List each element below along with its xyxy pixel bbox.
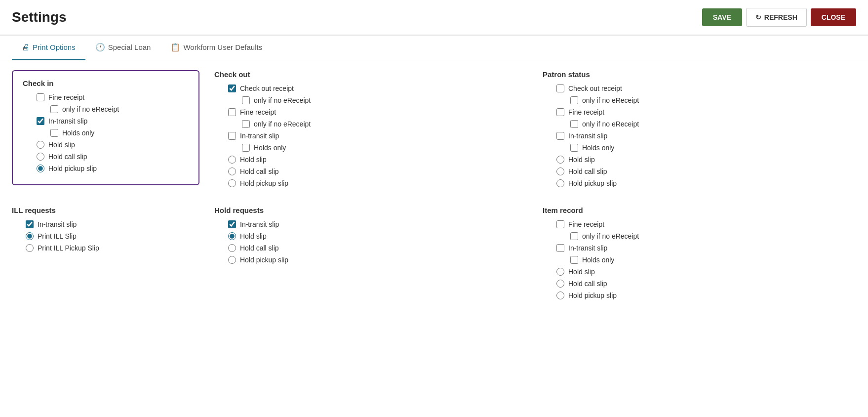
check-out-fine-receipt-label[interactable]: Fine receipt (240, 108, 276, 116)
check-out-intransit-checkbox[interactable] (228, 132, 236, 140)
patron-checkout-ereceipt-checkbox[interactable] (570, 96, 578, 104)
section-patron-status: Patron status Check out receipt only if … (543, 70, 856, 191)
hold-req-intransit-checkbox[interactable] (228, 220, 236, 228)
patron-checkout-receipt-label[interactable]: Check out receipt (568, 84, 622, 92)
check-out-holds-only-checkbox[interactable] (242, 144, 250, 152)
check-in-intransit-label[interactable]: In-transit slip (48, 117, 87, 125)
patron-fine-receipt-checkbox[interactable] (556, 108, 564, 116)
patron-hold-pickup-slip-label[interactable]: Hold pickup slip (568, 179, 617, 187)
check-in-fine-ereceipt-checkbox[interactable] (50, 105, 58, 113)
item-hold-call-slip-label[interactable]: Hold call slip (568, 280, 607, 288)
section-item-record: Item record Fine receipt only if no eRec… (543, 206, 856, 303)
check-out-hold-call-slip-row: Hold call slip (214, 167, 528, 175)
ill-print-pickup-radio[interactable] (26, 244, 34, 252)
item-fine-receipt-checkbox[interactable] (556, 220, 564, 228)
patron-hold-call-slip-radio[interactable] (556, 167, 564, 175)
patron-fine-ereceipt-label[interactable]: only if no eReceipt (582, 120, 639, 128)
item-hold-pickup-slip-label[interactable]: Hold pickup slip (568, 292, 617, 299)
check-in-fine-ereceipt-label[interactable]: only if no eReceipt (62, 105, 119, 113)
item-hold-slip-label[interactable]: Hold slip (568, 268, 595, 276)
tab-special-loan[interactable]: 🕐 Special Loan (85, 36, 161, 60)
header-actions: SAVE ↻ REFRESH CLOSE (702, 8, 856, 27)
hold-req-hold-pickup-slip-radio[interactable] (228, 256, 236, 264)
check-in-fine-receipt-row: Fine receipt (23, 93, 189, 101)
check-out-fine-ereceipt-checkbox[interactable] (242, 120, 250, 128)
patron-holds-only-checkbox[interactable] (570, 144, 578, 152)
patron-holds-only-row: Holds only (543, 144, 856, 152)
save-button[interactable]: SAVE (702, 8, 742, 26)
check-in-intransit-checkbox[interactable] (37, 117, 44, 125)
item-intransit-checkbox[interactable] (556, 244, 564, 252)
check-in-hold-slip-radio[interactable] (37, 141, 44, 149)
check-out-intransit-label[interactable]: In-transit slip (240, 132, 279, 140)
tab-print-options[interactable]: 🖨 Print Options (12, 36, 85, 60)
item-fine-ereceipt-checkbox[interactable] (570, 232, 578, 240)
patron-intransit-label[interactable]: In-transit slip (568, 132, 607, 140)
patron-hold-call-slip-row: Hold call slip (543, 167, 856, 175)
check-out-fine-ereceipt-label[interactable]: only if no eReceipt (254, 120, 311, 128)
check-out-hold-pickup-slip-radio[interactable] (228, 179, 236, 187)
check-in-hold-slip-label[interactable]: Hold slip (48, 141, 75, 149)
hold-req-hold-pickup-slip-row: Hold pickup slip (214, 256, 528, 264)
patron-fine-ereceipt-checkbox[interactable] (570, 120, 578, 128)
check-in-hold-pickup-slip-radio[interactable] (37, 165, 44, 172)
check-out-holds-only-label[interactable]: Holds only (254, 144, 286, 152)
refresh-button[interactable]: ↻ REFRESH (746, 8, 807, 27)
check-in-fine-receipt-checkbox[interactable] (37, 93, 44, 101)
close-button[interactable]: CLOSE (811, 8, 856, 26)
hold-req-hold-call-slip-label[interactable]: Hold call slip (240, 244, 279, 252)
patron-holds-only-label[interactable]: Holds only (582, 144, 614, 152)
patron-hold-slip-label[interactable]: Hold slip (568, 156, 595, 164)
hold-req-hold-slip-row: Hold slip (214, 232, 528, 240)
item-holds-only-row: Holds only (543, 256, 856, 264)
check-in-hold-pickup-slip-label[interactable]: Hold pickup slip (48, 165, 97, 172)
hold-req-hold-call-slip-radio[interactable] (228, 244, 236, 252)
patron-intransit-checkbox[interactable] (556, 132, 564, 140)
patron-hold-slip-radio[interactable] (556, 156, 564, 164)
check-out-hold-slip-label[interactable]: Hold slip (240, 156, 267, 164)
check-out-receipt-label[interactable]: Check out receipt (240, 84, 294, 92)
check-out-hold-slip-radio[interactable] (228, 156, 236, 164)
hold-req-intransit-label[interactable]: In-transit slip (240, 220, 279, 228)
tab-workform-user-defaults[interactable]: 📋 Workform User Defaults (160, 36, 272, 60)
check-in-holds-only-label[interactable]: Holds only (62, 129, 94, 137)
check-out-receipt-ereceipt-checkbox[interactable] (242, 96, 250, 104)
patron-checkout-receipt-checkbox[interactable] (556, 84, 564, 92)
ill-print-pickup-label[interactable]: Print ILL Pickup Slip (38, 244, 99, 252)
item-fine-receipt-label[interactable]: Fine receipt (568, 220, 604, 228)
check-in-holds-only-checkbox[interactable] (50, 129, 58, 137)
ill-intransit-label[interactable]: In-transit slip (38, 220, 77, 228)
item-holds-only-label[interactable]: Holds only (582, 256, 614, 264)
check-out-hold-pickup-slip-row: Hold pickup slip (214, 179, 528, 187)
check-in-fine-receipt-label[interactable]: Fine receipt (48, 93, 84, 101)
item-hold-pickup-slip-radio[interactable] (556, 292, 564, 299)
ill-print-slip-label[interactable]: Print ILL Slip (38, 232, 77, 240)
patron-fine-receipt-label[interactable]: Fine receipt (568, 108, 604, 116)
item-hold-slip-radio[interactable] (556, 268, 564, 276)
ill-print-slip-radio[interactable] (26, 232, 34, 240)
item-fine-ereceipt-label[interactable]: only if no eReceipt (582, 232, 639, 240)
item-intransit-label[interactable]: In-transit slip (568, 244, 607, 252)
check-out-hold-pickup-slip-label[interactable]: Hold pickup slip (240, 179, 288, 187)
ill-intransit-checkbox[interactable] (26, 220, 34, 228)
bottom-sections-grid: ILL requests In-transit slip Print ILL S… (12, 206, 856, 303)
check-out-receipt-checkbox[interactable] (228, 84, 236, 92)
check-in-hold-call-slip-radio[interactable] (37, 153, 44, 161)
item-holds-only-checkbox[interactable] (570, 256, 578, 264)
hold-req-hold-slip-label[interactable]: Hold slip (240, 232, 267, 240)
check-in-hold-call-slip-label[interactable]: Hold call slip (48, 153, 87, 161)
patron-hold-call-slip-label[interactable]: Hold call slip (568, 167, 607, 175)
item-fine-receipt-row: Fine receipt (543, 220, 856, 228)
header: Settings SAVE ↻ REFRESH CLOSE (0, 0, 868, 36)
item-hold-call-slip-radio[interactable] (556, 280, 564, 288)
check-out-receipt-ereceipt-label[interactable]: only if no eReceipt (254, 96, 311, 104)
check-out-fine-receipt-checkbox[interactable] (228, 108, 236, 116)
check-out-hold-call-slip-label[interactable]: Hold call slip (240, 167, 279, 175)
refresh-icon: ↻ (755, 13, 761, 21)
patron-intransit-row: In-transit slip (543, 132, 856, 140)
patron-checkout-ereceipt-label[interactable]: only if no eReceipt (582, 96, 639, 104)
check-out-hold-call-slip-radio[interactable] (228, 167, 236, 175)
hold-req-hold-pickup-slip-label[interactable]: Hold pickup slip (240, 256, 288, 264)
patron-hold-pickup-slip-radio[interactable] (556, 179, 564, 187)
hold-req-hold-slip-radio[interactable] (228, 232, 236, 240)
